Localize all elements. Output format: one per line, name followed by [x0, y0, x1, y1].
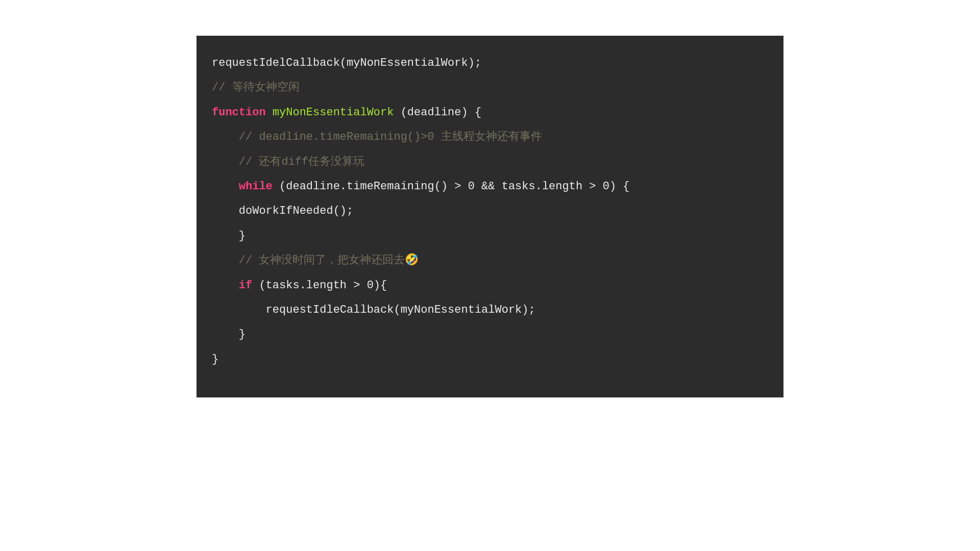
keyword-if: if: [239, 279, 252, 292]
code-line-10-rest: (tasks.length > 0){: [252, 279, 387, 292]
code-comment-3: // 还有diff任务没算玩: [212, 156, 364, 168]
code-comment-4: // 女神没时间了，把女神还回去🤣: [212, 254, 419, 267]
function-name: myNonEssentialWork: [266, 106, 394, 119]
code-line-6-indent: [212, 180, 239, 193]
keyword-while: while: [239, 180, 273, 193]
keyword-function: function: [212, 106, 266, 119]
code-line-13: }: [212, 353, 218, 366]
code-line-3-rest: (deadline) {: [394, 106, 481, 119]
code-line-1: requestIdelCallback(myNonEssentialWork);: [212, 57, 481, 69]
code-line-12: }: [212, 328, 246, 341]
code-comment-1: // 等待女神空闲: [212, 81, 300, 94]
code-block: requestIdelCallback(myNonEssentialWork);…: [197, 36, 783, 397]
code-line-11: requestIdleCallback(myNonEssentialWork);: [212, 304, 535, 316]
code-line-8: }: [212, 230, 246, 242]
code-line-10-indent: [212, 279, 239, 292]
code-line-6-rest: (deadline.timeRemaining() > 0 && tasks.l…: [273, 180, 630, 193]
code-comment-2: // deadline.timeRemaining()>0 主线程女神还有事件: [212, 131, 542, 143]
code-line-7: doWorkIfNeeded();: [212, 205, 353, 217]
